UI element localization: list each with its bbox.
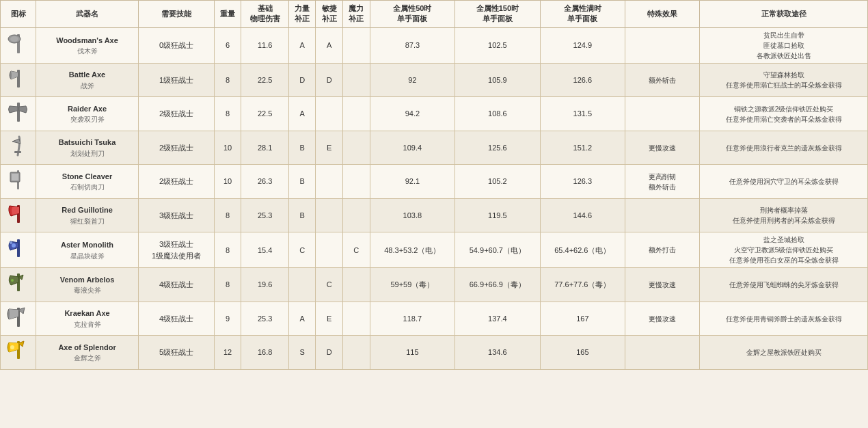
svg-point-2 <box>10 36 18 42</box>
weapon-name-cell: Aster Monolith星晶块破斧 <box>36 232 139 268</box>
weapon-icon-cell <box>1 131 36 165</box>
weapon-dex-bonus: D <box>316 63 343 97</box>
weapon-dex-bonus: C <box>316 268 343 302</box>
weapon-all150: 102.5 <box>455 27 541 63</box>
weapon-icon <box>5 99 32 126</box>
header-require: 需要技能 <box>139 1 215 28</box>
weapon-require: 2级狂战士 <box>139 131 215 165</box>
weapon-name-zh: 突袭双刃斧 <box>39 114 135 124</box>
weapon-obtain: 任意斧使用浪行者克兰的遗灰炼金获得 <box>700 131 868 165</box>
weapon-obtain: 刑拷者概率掉落任意斧使用刑拷者的耳朵炼金获得 <box>700 198 868 232</box>
weapon-weight: 8 <box>214 97 241 131</box>
weapon-name-en: Venom Arbelos <box>39 274 135 286</box>
weapon-all150: 119.5 <box>455 198 541 232</box>
table-row: Axe of Splendor金辉之斧5级狂战士1216.8SD115134.6… <box>1 336 868 370</box>
weapon-str-bonus: S <box>288 336 316 370</box>
weapon-special <box>625 27 700 63</box>
weapon-all150: 108.6 <box>455 97 541 131</box>
weapon-dex-bonus <box>316 198 343 232</box>
weapon-mag-bonus <box>343 336 370 370</box>
weapon-all50: 118.7 <box>370 302 455 336</box>
weapon-icon <box>5 66 32 93</box>
weapon-all50: 48.3+53.2（电） <box>370 232 455 268</box>
weapon-weight: 6 <box>214 27 241 63</box>
weapons-table: 图标 武器名 需要技能 重量 基础物理伤害 力量补正 敏捷补正 魔力补正 全属性… <box>0 0 868 370</box>
header-str-bonus: 力量补正 <box>288 1 316 28</box>
weapon-mag-bonus <box>343 268 370 302</box>
header-all50: 全属性50时单手面板 <box>370 1 455 28</box>
weapon-all-full: 124.9 <box>540 27 625 63</box>
table-row: Venom Arbelos毒液尖斧4级狂战士819.6C59+59（毒）66.9… <box>1 268 868 302</box>
svg-rect-10 <box>17 239 20 257</box>
weapon-all50: 103.8 <box>370 198 455 232</box>
weapon-name-cell: Batsuichi Tsuka划划处刑刀 <box>36 131 139 165</box>
weapon-weight: 8 <box>214 232 241 268</box>
table-container: 图标 武器名 需要技能 重量 基础物理伤害 力量补正 敏捷补正 魔力补正 全属性… <box>0 0 868 370</box>
weapon-require: 2级狂战士 <box>139 97 215 131</box>
weapon-name-zh: 猩红裂首刀 <box>39 216 135 226</box>
header-mag-bonus: 魔力补正 <box>343 1 370 28</box>
weapon-str-bonus <box>288 268 316 302</box>
weapon-name-en: Red Guillotine <box>39 204 135 216</box>
weapon-require: 2级狂战士 <box>139 165 215 199</box>
svg-point-17 <box>10 345 14 349</box>
weapon-icon-cell <box>1 97 36 131</box>
weapon-name-cell: Stone Cleaver石制切肉刀 <box>36 165 139 199</box>
header-icon: 图标 <box>1 1 36 28</box>
weapon-name-cell: Raider Axe突袭双刃斧 <box>36 97 139 131</box>
weapon-all150: 134.6 <box>455 336 541 370</box>
svg-point-11 <box>12 243 16 248</box>
table-row: Aster Monolith星晶块破斧3级狂战士1级魔法使用者815.4CC48… <box>1 232 868 268</box>
weapon-name-cell: Kraekan Axe克拉肯斧 <box>36 302 139 336</box>
weapon-icon <box>5 133 32 161</box>
weapon-name-cell: Venom Arbelos毒液尖斧 <box>36 268 139 302</box>
table-row: Red Guillotine猩红裂首刀3级狂战士825.3B103.8119.5… <box>1 198 868 232</box>
weapon-name-zh: 伐木斧 <box>39 46 135 56</box>
weapon-require: 1级狂战士 <box>139 63 215 97</box>
weapon-icon-cell <box>1 27 36 63</box>
weapon-dex-bonus: E <box>316 302 343 336</box>
weapon-icon-cell <box>1 302 36 336</box>
weapon-base-phys: 26.3 <box>241 165 289 199</box>
weapon-icon <box>5 236 32 263</box>
weapon-name-cell: Battle Axe战斧 <box>36 63 139 97</box>
weapon-base-phys: 16.8 <box>241 336 289 370</box>
weapon-obtain: 金辉之屋教派铁匠处购买 <box>700 336 868 370</box>
weapon-all-full: 151.2 <box>540 131 625 165</box>
weapon-all150: 125.6 <box>455 131 541 165</box>
weapon-require: 3级狂战士 <box>139 198 215 232</box>
weapon-str-bonus: B <box>288 131 316 165</box>
weapon-weight: 12 <box>214 336 241 370</box>
weapon-all50: 94.2 <box>370 97 455 131</box>
weapon-name-en: Batsuichi Tsuka <box>39 137 135 148</box>
weapon-all-full: 165 <box>540 336 625 370</box>
weapon-name-zh: 石制切肉刀 <box>39 182 135 192</box>
weapon-str-bonus: B <box>288 165 316 199</box>
weapon-name-cell: Axe of Splendor金辉之斧 <box>36 336 139 370</box>
weapon-all150: 54.9+60.7（电） <box>455 232 541 268</box>
weapon-icon-cell <box>1 336 36 370</box>
weapon-mag-bonus <box>343 131 370 165</box>
header-dex-bonus: 敏捷补正 <box>316 1 343 28</box>
weapon-all-full: 65.4+62.6（电） <box>540 232 625 268</box>
weapon-all50: 115 <box>370 336 455 370</box>
weapon-all-full: 126.6 <box>540 63 625 97</box>
weapon-icon <box>5 167 32 194</box>
weapon-icon-cell <box>1 268 36 302</box>
svg-rect-5 <box>14 151 21 153</box>
weapon-special: 更慢攻速 <box>625 131 700 165</box>
weapon-special: 更慢攻速 <box>625 302 700 336</box>
weapon-all50: 59+59（毒） <box>370 268 455 302</box>
weapon-mag-bonus <box>343 63 370 97</box>
weapon-weight: 10 <box>214 165 241 199</box>
weapon-mag-bonus <box>343 27 370 63</box>
weapon-all50: 92.1 <box>370 165 455 199</box>
weapon-str-bonus: D <box>288 63 316 97</box>
weapon-all50: 87.3 <box>370 27 455 63</box>
weapon-icon <box>5 31 32 58</box>
table-row: Batsuichi Tsuka划划处刑刀2级狂战士1028.1BE109.412… <box>1 131 868 165</box>
weapon-base-phys: 22.5 <box>241 97 289 131</box>
weapon-mag-bonus <box>343 165 370 199</box>
weapon-str-bonus: A <box>288 97 316 131</box>
weapon-mag-bonus <box>343 198 370 232</box>
